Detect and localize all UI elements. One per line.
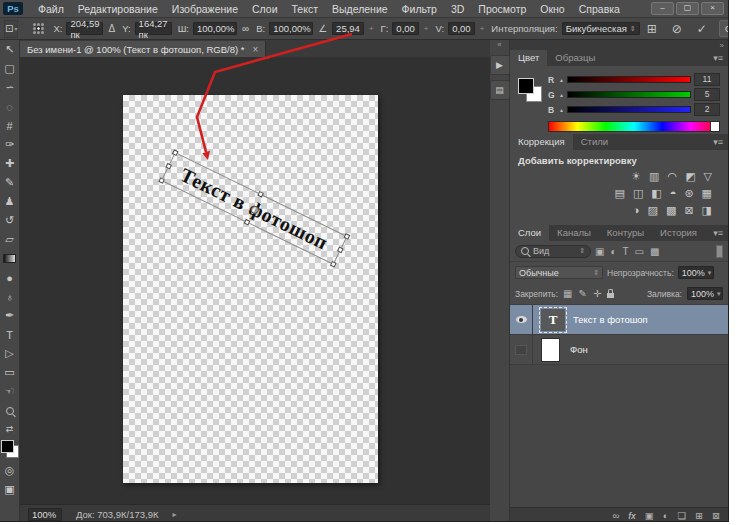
adjustment-layer-filter-icon[interactable]: ◐: [610, 246, 616, 257]
h-skew-field[interactable]: 0,00: [392, 22, 419, 35]
panel-menu-icon[interactable]: ▾≡: [713, 228, 728, 238]
layer-visibility-toggle[interactable]: [510, 335, 533, 364]
lock-transparency-icon[interactable]: ▦: [563, 288, 572, 299]
menu-3d[interactable]: 3D: [444, 3, 471, 15]
tool-preset-icon[interactable]: ⊡▾: [4, 20, 18, 38]
eraser-tool-icon[interactable]: ▱: [0, 230, 20, 249]
new-layer-icon[interactable]: ⊞: [695, 510, 703, 521]
layer-row-text[interactable]: TТекст в фотошоп: [510, 305, 728, 335]
r-slider[interactable]: [567, 76, 691, 83]
type-layer-filter-icon[interactable]: T: [623, 246, 629, 257]
pixel-layer-filter-icon[interactable]: ▣: [595, 246, 604, 257]
tab-Стили[interactable]: Стили: [573, 134, 616, 150]
lock-pixels-icon[interactable]: ✎: [579, 288, 587, 299]
photo-filter-icon[interactable]: ◓: [670, 187, 677, 200]
reference-point-locator[interactable]: [33, 23, 44, 34]
add-layer-mask-icon[interactable]: ▣: [645, 510, 654, 521]
invert-icon[interactable]: ◑: [633, 204, 640, 217]
menu-image[interactable]: Изображение: [165, 3, 245, 15]
eyedropper-tool-icon[interactable]: ✑: [0, 135, 20, 154]
opacity-field[interactable]: 100%▾: [678, 266, 714, 279]
canvas-area[interactable]: Текст в фотошоп: [20, 57, 490, 504]
layer-visibility-toggle[interactable]: [510, 305, 533, 334]
history-brush-tool-icon[interactable]: ↺: [0, 211, 20, 230]
posterize-icon[interactable]: ▨: [648, 204, 658, 217]
slider-marker-icon[interactable]: ▲: [559, 77, 564, 83]
history-panel-icon[interactable]: ▤: [490, 80, 510, 100]
r-value-field[interactable]: 11: [694, 73, 720, 86]
new-group-icon[interactable]: ❏: [678, 510, 687, 521]
swap-colors-icon[interactable]: ⇄: [6, 424, 14, 434]
panel-menu-icon[interactable]: ▾≡: [713, 53, 728, 63]
slider-marker-icon[interactable]: ▲: [559, 107, 564, 113]
actions-panel-icon[interactable]: ▶: [490, 55, 510, 75]
close-button[interactable]: ×: [701, 2, 724, 15]
channel-mixer-icon[interactable]: ⊛: [684, 187, 693, 200]
dodge-tool-icon[interactable]: ♁: [0, 287, 20, 306]
blend-mode-select[interactable]: Обычные⇕: [515, 266, 603, 279]
blur-tool-icon[interactable]: ●: [0, 268, 20, 287]
lasso-tool-icon[interactable]: ∽: [0, 78, 20, 97]
tab-Образцы[interactable]: Образцы: [547, 50, 603, 66]
document-canvas[interactable]: Текст в фотошоп: [123, 95, 378, 483]
transform-handle[interactable]: [330, 261, 337, 268]
collapse-dock-icon[interactable]: «: [497, 40, 501, 50]
fill-field[interactable]: 100%▾: [687, 287, 723, 300]
lock-position-icon[interactable]: ✛: [593, 288, 601, 299]
black-white-icon[interactable]: ◧: [651, 187, 661, 200]
x-position-field[interactable]: 204,59 пк: [66, 22, 103, 35]
tab-Слои[interactable]: Слои: [510, 225, 549, 241]
width-field[interactable]: 100,00%: [193, 22, 237, 35]
layer-row-background[interactable]: Фон: [510, 335, 728, 365]
spot-healing-brush-tool-icon[interactable]: ✚: [0, 154, 20, 173]
rotation-angle-field[interactable]: 25,94: [332, 22, 364, 35]
screen-mode-icon[interactable]: ▣: [4, 483, 14, 496]
quick-selection-tool-icon[interactable]: ◌: [0, 97, 20, 116]
color-panel-swatches[interactable]: [518, 78, 542, 102]
v-skew-field[interactable]: 0,00: [448, 22, 475, 35]
vibrance-icon[interactable]: ▽: [704, 170, 712, 183]
tab-Контуры[interactable]: Контуры: [599, 225, 652, 241]
rectangle-tool-icon[interactable]: ▭: [0, 363, 20, 382]
menu-layers[interactable]: Слои: [245, 3, 285, 15]
tab-История[interactable]: История: [652, 225, 705, 241]
pen-tool-icon[interactable]: ✒: [0, 306, 20, 325]
maximize-button[interactable]: ▢: [676, 2, 699, 15]
menu-file[interactable]: Файл: [31, 3, 71, 15]
hand-tool-icon[interactable]: ☜: [0, 382, 20, 401]
b-slider[interactable]: [567, 106, 691, 113]
menu-edit[interactable]: Редактирование: [71, 3, 165, 15]
curves-icon[interactable]: ◠: [668, 170, 678, 183]
foreground-color-swatch[interactable]: [1, 440, 14, 453]
slider-marker-icon[interactable]: ▲: [559, 92, 564, 98]
foreground-background-swatches[interactable]: [1, 440, 19, 458]
menu-select[interactable]: Выделение: [325, 3, 395, 15]
transform-handle[interactable]: [244, 219, 251, 226]
foreground-color-swatch[interactable]: [518, 78, 534, 94]
transform-handle[interactable]: [337, 247, 344, 254]
hue-saturation-icon[interactable]: ▤: [615, 187, 625, 200]
lock-all-icon[interactable]: [607, 293, 614, 298]
warp-mode-icon[interactable]: ⊞: [644, 22, 660, 36]
threshold-icon[interactable]: ▩: [666, 204, 676, 217]
document-tab[interactable]: Без имени-1 @ 100% (Текст в фотошоп, RGB…: [20, 41, 266, 57]
filter-switch[interactable]: [716, 245, 723, 258]
menu-filter[interactable]: Фильтр: [395, 3, 444, 15]
close-tab-icon[interactable]: ×: [252, 44, 258, 55]
menu-window[interactable]: Окно: [533, 3, 571, 15]
move-tool-icon[interactable]: ↖: [0, 40, 20, 59]
relative-position-toggle-icon[interactable]: Δ: [107, 23, 116, 34]
color-balance-icon[interactable]: ◫: [633, 187, 643, 200]
commit-transform-icon[interactable]: ✓: [694, 22, 710, 36]
zoom-tool-icon[interactable]: [0, 401, 20, 420]
tab-Каналы[interactable]: Каналы: [549, 225, 599, 241]
link-layers-icon[interactable]: ∞: [612, 510, 619, 521]
transform-handle[interactable]: [344, 233, 351, 240]
quick-mask-icon[interactable]: ◎: [5, 464, 15, 477]
layer-style-icon[interactable]: fx: [628, 511, 636, 521]
type-tool-icon[interactable]: T: [0, 325, 20, 344]
workspace-button[interactable]: Основная рабочая среда: [719, 20, 728, 37]
menu-help[interactable]: Справка: [572, 3, 627, 15]
tab-Цвет[interactable]: Цвет: [510, 50, 547, 66]
collapse-panels-icon[interactable]: »: [720, 41, 724, 50]
